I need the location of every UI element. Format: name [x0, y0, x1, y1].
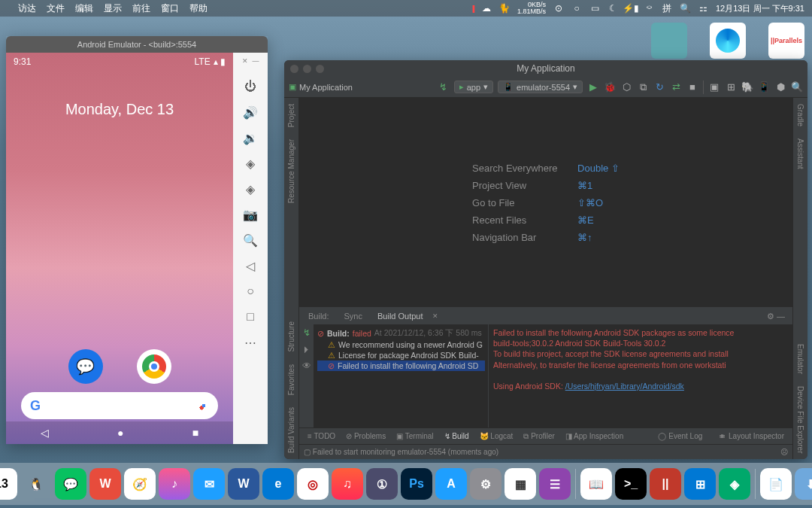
problems-tab[interactable]: ⊘ Problems: [341, 432, 391, 440]
home-button[interactable]: ●: [117, 427, 123, 439]
sdk-path-link[interactable]: /Users/hjfryan/Library/Android/sdk: [565, 382, 684, 391]
moon-icon[interactable]: ☾: [607, 3, 618, 14]
dock-throttle-icon[interactable]: ☰: [539, 468, 571, 500]
profile-icon[interactable]: ⧉: [637, 81, 649, 93]
dock-parallels-icon[interactable]: ||: [650, 468, 681, 500]
clock[interactable]: 12月13日 周一 下午9:31: [716, 3, 804, 14]
build-output-tab[interactable]: Build Output: [371, 310, 429, 322]
cube-icon[interactable]: ⬢: [774, 81, 786, 93]
home-icon[interactable]: ○: [240, 283, 261, 300]
dock-purple-icon[interactable]: ①: [366, 468, 398, 500]
control-center-icon[interactable]: ⚏: [698, 3, 708, 14]
status-icon[interactable]: ▢: [304, 448, 311, 456]
dock-music-icon[interactable]: ♫: [332, 468, 363, 500]
minimize-window-icon[interactable]: [303, 65, 311, 73]
dock-doc-icon[interactable]: 📄: [760, 468, 792, 500]
gradle-tab[interactable]: Gradle: [796, 98, 804, 132]
dock-qq-icon[interactable]: 🐧: [20, 468, 52, 500]
rotate-left-icon[interactable]: ◈: [240, 155, 261, 172]
overview-icon[interactable]: □: [240, 309, 261, 325]
as-titlebar[interactable]: My Application: [284, 60, 807, 77]
dock-dict-icon[interactable]: 📖: [580, 468, 612, 500]
todo-tab[interactable]: ≡ TODO: [302, 432, 341, 440]
close-icon[interactable]: ✕: [242, 57, 248, 65]
dock-downloads-icon[interactable]: ⬇: [795, 468, 812, 500]
resource-manager-tab[interactable]: Resource Manager: [287, 133, 295, 209]
terminal-tab[interactable]: ▣ Terminal: [391, 432, 438, 440]
screens-icon[interactable]: ▭: [589, 3, 600, 14]
dock-calendar-icon[interactable]: 13: [0, 468, 17, 500]
emulator-tab[interactable]: Emulator: [796, 338, 804, 380]
dock-word-icon[interactable]: W: [228, 468, 259, 500]
restart-icon[interactable]: ↯: [303, 327, 311, 338]
close-window-icon[interactable]: [290, 65, 298, 73]
apply-changes-icon[interactable]: ↻: [653, 81, 665, 93]
gear-icon[interactable]: ⚙ —: [762, 312, 789, 321]
back-button[interactable]: ◁: [41, 427, 49, 439]
debug-icon[interactable]: 🐞: [604, 81, 616, 93]
minimize-icon[interactable]: —: [253, 57, 259, 65]
dock-wps-icon[interactable]: W: [89, 468, 121, 500]
search-icon2[interactable]: 🔍: [791, 81, 803, 93]
app-name[interactable]: 访达: [18, 2, 36, 15]
dock-terminal-icon[interactable]: >_: [615, 468, 647, 500]
event-log-tab[interactable]: ◯ Event Log: [653, 432, 707, 440]
more-icon[interactable]: ⋯: [240, 334, 261, 351]
recents-button[interactable]: ■: [192, 427, 198, 439]
dock-windows-icon[interactable]: ⊞: [684, 468, 716, 500]
sdk-icon[interactable]: ⊞: [725, 81, 737, 93]
device-combo[interactable]: 📱emulator-5554 ▾: [498, 81, 583, 93]
avd-icon[interactable]: ▣: [708, 81, 720, 93]
camera-icon[interactable]: 📷: [240, 206, 261, 223]
dock-safari-icon[interactable]: 🧭: [124, 468, 156, 500]
assistant-icon[interactable]: [198, 400, 209, 411]
zoom-window-icon[interactable]: [316, 65, 324, 73]
rotate-right-icon[interactable]: ◈: [240, 181, 261, 197]
device-icon2[interactable]: 📱: [758, 81, 770, 93]
favorites-tab[interactable]: Favorites: [287, 358, 295, 401]
stop-icon[interactable]: ■: [686, 81, 698, 93]
input-icon[interactable]: 拼: [662, 3, 672, 14]
dock-appstore-icon[interactable]: A: [435, 468, 467, 500]
dock-wechat-icon[interactable]: 💬: [55, 468, 86, 500]
circle-icon[interactable]: ○: [571, 3, 582, 14]
zoom-icon[interactable]: 🔍: [240, 232, 261, 248]
power-icon[interactable]: ⏻: [240, 78, 261, 95]
build-tree[interactable]: ⊘ Build: failed At 2021/12/12, 6:36 下 58…: [314, 324, 489, 427]
phone-screen[interactable]: 9:31 LTE ▴ ▮ Monday, Dec 13 💬 G ◁ ● ■: [6, 53, 233, 444]
parallels-desktop-icon[interactable]: ||Parallels: [768, 23, 804, 59]
pause-icon[interactable]: ||: [472, 4, 474, 13]
logcat-tab[interactable]: 🐱 Logcat: [474, 432, 519, 440]
cat-icon[interactable]: 🐈: [499, 3, 510, 14]
chrome-app-icon[interactable]: [137, 349, 171, 384]
folder-icon[interactable]: [651, 23, 687, 59]
status-face-icon[interactable]: ☹: [780, 448, 788, 456]
run-config-combo[interactable]: ▸app ▾: [454, 81, 493, 93]
emulator-titlebar[interactable]: Android Emulator - <build>:5554: [6, 36, 268, 53]
dock-notes-icon[interactable]: ▦: [504, 468, 536, 500]
dock-edge-icon[interactable]: e: [262, 468, 294, 500]
sync-icon[interactable]: 🐘: [741, 81, 753, 93]
dock-itunes-icon[interactable]: ♪: [159, 468, 190, 500]
google-search-bar[interactable]: G: [21, 392, 218, 419]
build-output[interactable]: Failed to install the following Android …: [489, 324, 792, 427]
build-variants-tab[interactable]: Build Variants: [287, 401, 295, 459]
layout-inspector-tab[interactable]: ⩩ Layout Inspector: [714, 432, 789, 440]
breadcrumb[interactable]: My Application: [299, 83, 353, 92]
wifi-icon[interactable]: ⌔: [644, 3, 654, 14]
dock-photoshop-icon[interactable]: Ps: [401, 468, 432, 500]
run-icon[interactable]: ▶: [587, 81, 599, 93]
menu-help[interactable]: 帮助: [189, 2, 208, 15]
volume-down-icon[interactable]: 🔉: [240, 129, 261, 146]
search-icon[interactable]: 🔍: [680, 3, 690, 14]
structure-tab[interactable]: Structure: [287, 315, 295, 358]
edge-desktop-icon[interactable]: [710, 23, 746, 59]
wechat-tray-icon[interactable]: ☁: [481, 3, 492, 14]
build-bottom-tab[interactable]: ↯ Build: [439, 432, 474, 440]
menu-go[interactable]: 前往: [132, 2, 150, 15]
menu-window[interactable]: 窗口: [161, 2, 179, 15]
device-file-explorer-tab[interactable]: Device File Explorer: [796, 380, 804, 459]
back-icon[interactable]: ◁: [240, 257, 261, 274]
dock-remote-icon[interactable]: ◈: [719, 468, 750, 500]
eye-icon[interactable]: 👁: [302, 360, 311, 371]
